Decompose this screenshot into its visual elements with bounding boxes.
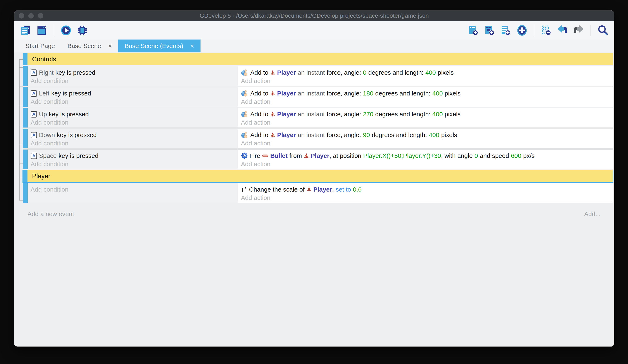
condition-text: key is pressed bbox=[51, 90, 91, 97]
minimize-window-button[interactable] bbox=[28, 13, 34, 18]
zoom-window-button[interactable] bbox=[38, 13, 43, 18]
action-text: force, angle: bbox=[327, 90, 361, 97]
add-action-link[interactable]: Add action bbox=[241, 160, 611, 168]
add-condition-link[interactable]: Add condition bbox=[31, 77, 236, 85]
tree-stub bbox=[19, 144, 23, 144]
undo-icon[interactable] bbox=[556, 24, 568, 36]
actions-cell[interactable]: Add to Player an instant force, angle: 0… bbox=[238, 66, 613, 86]
tree-stub bbox=[19, 163, 23, 164]
close-tab-icon[interactable]: × bbox=[190, 42, 194, 50]
add-action-link[interactable]: Add action bbox=[241, 98, 611, 106]
tab-start-page[interactable]: Start Page bbox=[19, 40, 61, 53]
condition-param: Up bbox=[39, 111, 47, 118]
conditions-cell[interactable]: Add condition bbox=[28, 183, 238, 203]
action-text: degrees and length: bbox=[375, 90, 430, 97]
add-subevent-icon[interactable] bbox=[483, 24, 496, 36]
event-color-bar bbox=[23, 129, 28, 148]
length-value: 400 bbox=[429, 131, 439, 138]
conditions-cell[interactable]: A Left key is pressed Add condition bbox=[28, 87, 238, 107]
add-condition-link[interactable]: Add condition bbox=[31, 160, 236, 168]
tab-base-scene[interactable]: Base Scene × bbox=[61, 40, 118, 53]
speed-value: 600 bbox=[511, 152, 521, 159]
editor-tabbar: Start Page Base Scene × Base Scene (Even… bbox=[14, 40, 614, 53]
toolbar-divider bbox=[54, 25, 54, 36]
tree-stub bbox=[19, 106, 23, 106]
add-action-link[interactable]: Add action bbox=[241, 119, 611, 126]
search-icon[interactable] bbox=[597, 24, 609, 36]
action-text: Add to bbox=[250, 131, 268, 138]
add-more-link[interactable]: Add... bbox=[584, 210, 601, 218]
close-tab-icon[interactable]: × bbox=[108, 42, 112, 50]
delete-event-icon[interactable] bbox=[540, 24, 552, 36]
condition-sentence[interactable]: A Down key is pressed bbox=[31, 130, 236, 140]
event-row: A Down key is pressed Add condition Add … bbox=[23, 128, 613, 148]
action-text: Add to bbox=[250, 111, 268, 118]
project-manager-icon[interactable] bbox=[20, 24, 32, 36]
action-text: Add to bbox=[250, 90, 268, 97]
actions-cell[interactable]: Add to Player an instant force, angle: 2… bbox=[238, 108, 613, 127]
tab-base-scene-events[interactable]: Base Scene (Events) × bbox=[118, 40, 201, 53]
action-text: pixels bbox=[441, 131, 457, 138]
action-sentence[interactable]: Add to Player an instant force, angle: 0… bbox=[241, 68, 611, 77]
angle-value: 0 bbox=[474, 152, 478, 159]
condition-sentence[interactable]: A Space key is pressed bbox=[31, 151, 236, 160]
position-expression: Player.X()+50;Player.Y()+30 bbox=[363, 152, 441, 159]
action-text: pixels bbox=[445, 111, 461, 118]
action-text: , at position bbox=[329, 152, 361, 159]
conditions-cell[interactable]: A Down key is pressed Add condition bbox=[28, 129, 238, 148]
conditions-cell[interactable]: A Right key is pressed Add condition bbox=[28, 66, 238, 86]
condition-sentence[interactable]: A Right key is pressed bbox=[31, 68, 236, 77]
condition-sentence[interactable]: A Left key is pressed bbox=[31, 89, 236, 98]
action-sentence[interactable]: Add to Player an instant force, angle: 2… bbox=[241, 110, 611, 119]
add-new-event-link[interactable]: Add a new event bbox=[27, 210, 74, 218]
action-text: degrees and length: bbox=[368, 69, 423, 76]
player-sprite-icon bbox=[304, 153, 309, 159]
actions-cell[interactable]: Change the scale of Player: set to 0.6 A… bbox=[238, 183, 613, 203]
force-hand-icon bbox=[241, 111, 248, 118]
object-name: Bullet bbox=[270, 152, 288, 159]
scene-editor-icon[interactable] bbox=[36, 24, 48, 36]
add-condition-link[interactable]: Add condition bbox=[31, 119, 236, 126]
add-condition-link[interactable]: Add condition bbox=[31, 140, 236, 147]
preview-play-icon[interactable] bbox=[60, 24, 72, 36]
window-title: GDevelop 5 - /Users/dkarakay/Documents/G… bbox=[200, 12, 429, 19]
close-window-button[interactable] bbox=[19, 13, 24, 18]
toolbar-left-group bbox=[20, 24, 88, 36]
actions-cell[interactable]: G Fire Bullet from Player, at position P… bbox=[238, 150, 613, 169]
toolbar-right-group bbox=[467, 24, 609, 36]
add-event-icon[interactable] bbox=[467, 24, 479, 36]
group-header-player[interactable]: Player bbox=[23, 170, 613, 182]
action-sentence[interactable]: Change the scale of Player: set to 0.6 bbox=[241, 185, 611, 194]
group-header-controls[interactable]: Controls bbox=[23, 53, 613, 65]
debugger-bug-icon[interactable] bbox=[76, 24, 88, 36]
operator-text: set to bbox=[336, 186, 351, 193]
keyboard-key-icon: A bbox=[31, 132, 37, 138]
action-text: and speed bbox=[480, 152, 509, 159]
angle-value: 270 bbox=[363, 111, 373, 118]
force-hand-icon bbox=[241, 69, 248, 76]
group-title: Controls bbox=[27, 53, 613, 65]
tree-stub bbox=[19, 87, 23, 87]
action-sentence[interactable]: Add to Player an instant force, angle: 9… bbox=[241, 130, 611, 140]
events-list: Controls A Right key is pressed Add cond… bbox=[23, 53, 613, 218]
add-comment-icon[interactable] bbox=[500, 24, 512, 36]
event-color-bar bbox=[23, 183, 28, 203]
actions-cell[interactable]: Add to Player an instant force, angle: 1… bbox=[238, 87, 613, 107]
actions-cell[interactable]: Add to Player an instant force, angle: 9… bbox=[238, 129, 613, 148]
tree-stub bbox=[19, 59, 23, 60]
conditions-cell[interactable]: A Up key is pressed Add condition bbox=[28, 108, 238, 127]
add-circle-icon[interactable] bbox=[516, 24, 528, 36]
action-sentence[interactable]: Add to Player an instant force, angle: 1… bbox=[241, 89, 611, 98]
add-action-link[interactable]: Add action bbox=[241, 194, 611, 202]
redo-icon[interactable] bbox=[573, 24, 585, 36]
add-condition-link[interactable]: Add condition bbox=[31, 185, 236, 194]
add-condition-link[interactable]: Add condition bbox=[31, 98, 236, 106]
add-action-link[interactable]: Add action bbox=[241, 140, 611, 147]
conditions-cell[interactable]: A Space key is pressed Add condition bbox=[28, 150, 238, 169]
main-toolbar bbox=[14, 21, 614, 40]
action-param: an instant bbox=[298, 131, 325, 138]
action-text: pixels bbox=[445, 90, 461, 97]
action-sentence[interactable]: G Fire Bullet from Player, at position P… bbox=[241, 151, 611, 160]
add-action-link[interactable]: Add action bbox=[241, 77, 611, 85]
condition-sentence[interactable]: A Up key is pressed bbox=[31, 110, 236, 119]
